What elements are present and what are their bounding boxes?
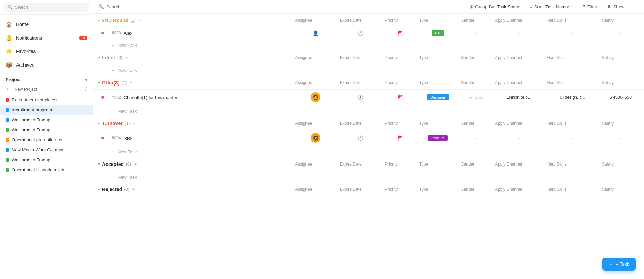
toolbar-search[interactable]: 🔍	[99, 4, 237, 9]
project-item-1[interactable]: recruitment program	[0, 105, 93, 115]
group-add-button[interactable]: ＋	[133, 161, 138, 167]
task-priority-cell: 🚩	[383, 28, 417, 39]
project-item-5[interactable]: New Media Work Collabor...	[0, 145, 93, 155]
col-salary: Salary	[600, 158, 641, 170]
project-dot	[6, 168, 9, 172]
sidebar-item-notifications[interactable]: 🔔 Notifications 18	[0, 31, 93, 44]
group-add-button[interactable]: ＋	[131, 186, 136, 192]
group-add-button[interactable]: ＋	[124, 54, 129, 61]
group-header-2nd-round: ▾ 2ND Round (1) ＋ Assignee Expire Date P…	[93, 14, 644, 27]
project-item-3[interactable]: Welcome to Tracup	[0, 125, 93, 135]
task-name-cell: #004 Rick	[110, 133, 293, 143]
task-assignee-cell: 🧔	[293, 130, 338, 146]
col-apply-channel: Apply Channel	[493, 77, 545, 89]
collapse-button[interactable]: ▾	[98, 18, 100, 23]
filter-label: Filter	[587, 4, 597, 9]
search-icon: 🔍	[99, 4, 104, 9]
task-type-cell: HR	[417, 27, 459, 39]
show-button[interactable]: 👁 Show	[605, 3, 627, 11]
project-name: Operational promotion rec...	[12, 137, 67, 142]
col-salary: Salary	[600, 118, 641, 129]
task-salary-cell: -	[600, 28, 641, 39]
new-project-button[interactable]: ＋ + New Project	[6, 86, 37, 92]
group-add-button[interactable]: ＋	[129, 80, 133, 86]
collapse-button[interactable]: ▾	[98, 187, 100, 192]
col-priority: Priority	[383, 118, 417, 129]
sidebar-item-label: Notifications	[16, 35, 42, 41]
group-header-intent: ▾ Intent (0) ＋ Assignee Expire Date Prio…	[93, 51, 644, 64]
task-priority-cell: 🚩	[383, 132, 417, 143]
task-name: Charlotte(1) for this quarter	[124, 95, 178, 100]
task-hard-skills-cell: -	[545, 28, 600, 39]
group-title: Rejected	[102, 187, 122, 192]
group-header-offer: ▾ Offer(3) (1) ＋ Assignee Expire Date Pr…	[93, 76, 644, 90]
col-priority: Priority	[383, 77, 417, 89]
clock-icon: 🕐	[358, 94, 363, 100]
project-name: recruitment program	[12, 107, 52, 112]
table-row[interactable]: #003 Alex 👤 🕐 🚩 HR - - -	[93, 27, 644, 39]
new-task-row-accepted[interactable]: ＋ New Task	[93, 171, 644, 183]
collapse-button[interactable]: ▾	[98, 80, 100, 85]
project-name: New Media Work Collabor...	[12, 147, 67, 152]
col-gender: Gender	[459, 14, 493, 26]
project-item-0[interactable]: Recruitment templates	[0, 95, 93, 105]
table-row[interactable]: #004 Rick 🧔 🕐 🚩 Product - - -	[93, 130, 644, 146]
group-by-icon: ⊞	[470, 4, 473, 9]
task-priority-cell: 🚩	[383, 92, 417, 103]
col-gender: Gender	[459, 118, 493, 129]
table-row[interactable]: #002 Charlotte(1) for this quarter 🧔 🕐 🚩…	[93, 90, 644, 105]
task-checkbox-cell	[96, 134, 110, 142]
sort-button[interactable]: ≡ Sort: Task Number	[528, 3, 574, 11]
col-type: Type	[417, 158, 459, 170]
project-item-2[interactable]: Welcome to Tracup	[0, 115, 93, 125]
group-title: Turnover	[102, 121, 123, 126]
sort-icon: ≡	[530, 4, 533, 9]
filter-button[interactable]: ⚗ Filter	[580, 3, 600, 11]
sidebar-item-home[interactable]: 🏠 Home	[0, 18, 93, 31]
group-add-button[interactable]: ＋	[132, 120, 137, 127]
import-icon[interactable]: ⤴	[85, 87, 87, 92]
col-priority: Priority	[383, 52, 417, 63]
group-add-button[interactable]: ＋	[138, 17, 142, 23]
task-status-dot	[101, 137, 104, 139]
project-name: Welcome to Tracup	[12, 127, 50, 132]
col-priority: Priority	[383, 158, 417, 170]
project-item-4[interactable]: Operational promotion rec...	[0, 135, 93, 145]
sidebar-item-archived[interactable]: 📦 Archived	[0, 58, 93, 71]
project-section-header[interactable]: Project ▾	[0, 74, 93, 85]
new-task-row-offer[interactable]: ＋ New Task	[93, 105, 644, 117]
col-salary: Salary	[600, 77, 641, 89]
col-assignee: Assignee	[293, 52, 338, 63]
more-options-button[interactable]: ...	[632, 3, 638, 11]
task-id: #004	[112, 136, 121, 140]
collapse-button[interactable]: ▾	[98, 121, 100, 126]
group-by-button[interactable]: ⊞ Group By: Task Status	[467, 3, 522, 11]
sidebar-item-label: Home	[16, 22, 29, 27]
project-item-7[interactable]: Operational UI work collab...	[0, 165, 93, 175]
task-hard-skills-cell: -	[545, 133, 600, 143]
col-expire-date: Expire Date	[338, 183, 383, 195]
new-task-row-turnover[interactable]: ＋ New Task	[93, 146, 644, 158]
col-type: Type	[417, 52, 459, 63]
new-task-row-2nd-round[interactable]: ＋ New Task	[93, 39, 644, 51]
sidebar-item-favorites[interactable]: ⭐ Favorites	[0, 44, 93, 58]
col-apply-channel: Apply Channel	[493, 52, 545, 63]
flag-icon: 🚩	[397, 94, 403, 100]
search-input[interactable]	[106, 4, 175, 9]
apply-channel-value: -	[518, 136, 520, 141]
project-actions: ＋ + New Project ⤴	[0, 85, 93, 95]
new-task-row-intent[interactable]: ＋ New Task	[93, 64, 644, 76]
collapse-button[interactable]: ▾	[98, 162, 100, 167]
project-name: Recruitment templates	[12, 97, 57, 102]
col-hard-skills: Hard Skills	[545, 14, 600, 26]
col-apply-channel: Apply Channel	[493, 183, 545, 195]
collapse-button[interactable]: ▾	[98, 55, 100, 60]
col-priority: Priority	[383, 183, 417, 195]
sidebar-search[interactable]: 🔍 Search	[4, 3, 89, 12]
add-task-button[interactable]: ＋ + Task	[602, 258, 636, 271]
task-checkbox-cell	[96, 29, 110, 37]
col-expire-date: Expire Date	[338, 52, 383, 63]
avatar: 🧔	[311, 133, 320, 143]
sidebar-nav: 🏠 Home 🔔 Notifications 18 ⭐ Favorites 📦 …	[0, 15, 93, 74]
project-item-6[interactable]: Welcome to Tracup	[0, 155, 93, 165]
